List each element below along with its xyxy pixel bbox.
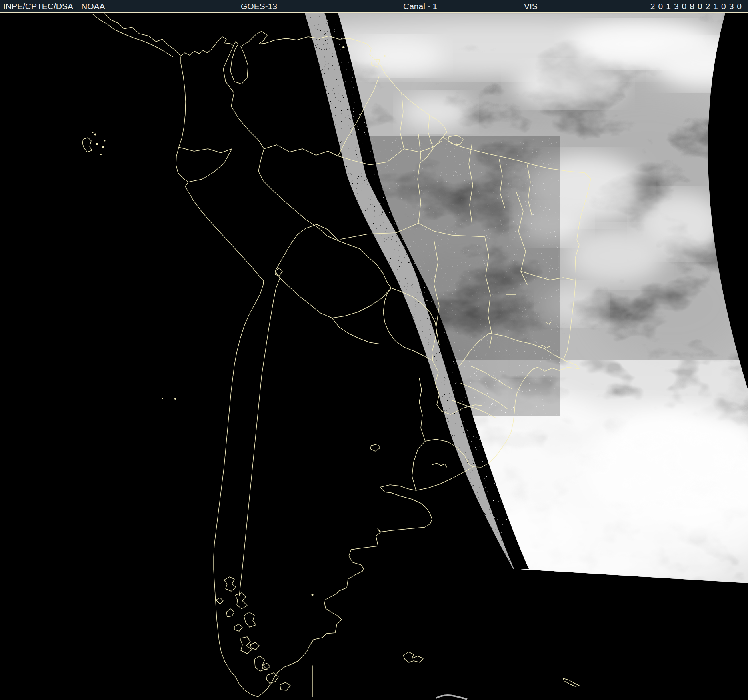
timestamp-label: 201308021030 <box>650 0 745 12</box>
channel-type-label: VIS <box>524 0 538 12</box>
noaa-label: NOAA <box>81 0 105 12</box>
agency-label: INPE/CPTEC/DSA <box>3 0 73 12</box>
header-bar: INPE/CPTEC/DSA NOAA GOES-13 Canal - 1 VI… <box>0 0 748 13</box>
channel-label: Canal - 1 <box>403 0 437 12</box>
satellite-product-view: INPE/CPTEC/DSA NOAA GOES-13 Canal - 1 VI… <box>0 0 748 700</box>
satellite-map-svg <box>0 13 748 700</box>
satellite-image <box>0 13 748 700</box>
satellite-label: GOES-13 <box>241 0 277 12</box>
